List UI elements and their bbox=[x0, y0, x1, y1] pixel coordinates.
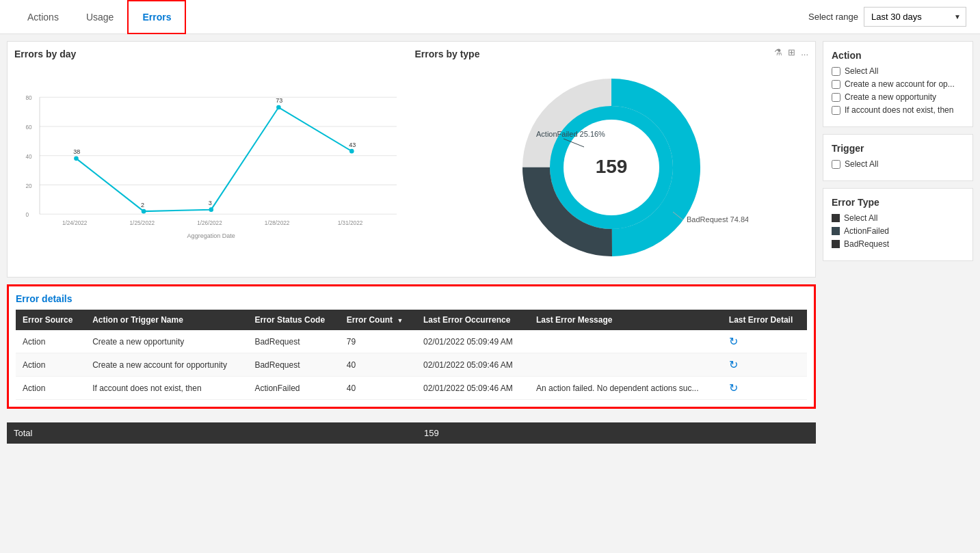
error-type-action-failed[interactable]: ActionFailed bbox=[832, 226, 964, 236]
cell-count: 40 bbox=[340, 377, 416, 400]
table-row: Action Create a new opportunity BadReque… bbox=[16, 330, 807, 353]
line-chart: 80 60 40 20 0 bbox=[14, 65, 408, 270]
svg-text:1/25/2022: 1/25/2022 bbox=[130, 220, 155, 226]
cell-error-source: Action bbox=[16, 330, 85, 353]
more-icon[interactable]: ... bbox=[801, 47, 808, 57]
nav-usage[interactable]: Usage bbox=[72, 0, 127, 34]
col-error-status[interactable]: Error Status Code bbox=[248, 310, 339, 330]
action-select-all[interactable]: Select All bbox=[832, 66, 964, 76]
cell-occurrence: 02/01/2022 05:09:49 AM bbox=[416, 330, 529, 353]
line-chart-line bbox=[76, 107, 352, 211]
cell-detail[interactable]: ↻ bbox=[722, 353, 807, 377]
svg-text:1/24/2022: 1/24/2022 bbox=[62, 220, 88, 226]
filter-icon[interactable]: ⚗ bbox=[774, 47, 782, 57]
col-error-source[interactable]: Error Source bbox=[16, 310, 85, 330]
table-row: Action If account does not exist, then A… bbox=[16, 377, 807, 400]
total-label: Total bbox=[14, 428, 424, 438]
svg-text:20: 20 bbox=[25, 183, 32, 189]
cell-message bbox=[529, 330, 722, 353]
cell-message: An action failed. No dependent actions s… bbox=[529, 377, 722, 400]
svg-text:38: 38 bbox=[73, 148, 80, 155]
error-type-label-af: ActionFailed bbox=[844, 226, 889, 236]
col-last-detail[interactable]: Last Error Detail bbox=[722, 310, 807, 330]
expand-icon[interactable]: ⊞ bbox=[788, 47, 795, 57]
svg-text:2: 2 bbox=[141, 202, 144, 208]
error-type-label-all: Select All bbox=[844, 213, 877, 223]
col-error-count[interactable]: Error Count ▼ bbox=[340, 310, 416, 330]
action-item-1-label: Create a new account for op... bbox=[845, 79, 955, 89]
col-last-message[interactable]: Last Error Message bbox=[529, 310, 722, 330]
trigger-select-all-checkbox[interactable] bbox=[832, 160, 840, 169]
cell-action-trigger: Create a new account for opportunity bbox=[85, 353, 248, 377]
data-point-1 bbox=[74, 157, 79, 161]
svg-text:60: 60 bbox=[25, 124, 32, 131]
action-item-1-checkbox[interactable] bbox=[832, 80, 840, 89]
action-item-3-checkbox[interactable] bbox=[832, 106, 840, 115]
chart-toolbar: ⚗ ⊞ ... bbox=[774, 47, 808, 57]
cell-error-source: Action bbox=[16, 377, 85, 400]
line-chart-container: Errors by day 80 60 40 20 0 bbox=[14, 49, 408, 270]
error-type-select-all[interactable]: Select All bbox=[832, 213, 964, 223]
cell-message bbox=[529, 353, 722, 377]
trigger-select-all[interactable]: Select All bbox=[832, 159, 964, 169]
action-item-3[interactable]: If account does not exist, then bbox=[832, 105, 964, 115]
action-item-1[interactable]: Create a new account for op... bbox=[832, 79, 964, 89]
cell-count: 79 bbox=[340, 330, 416, 353]
total-bar: Total 159 bbox=[7, 422, 816, 444]
detail-icon-1[interactable]: ↻ bbox=[729, 336, 738, 347]
svg-text:43: 43 bbox=[349, 141, 356, 148]
range-select-wrapper[interactable]: Last 30 days Last 7 days Last 90 days bbox=[864, 7, 966, 27]
svg-text:0: 0 bbox=[25, 212, 29, 218]
nav-actions[interactable]: Actions bbox=[14, 0, 72, 34]
col-action-trigger[interactable]: Action or Trigger Name bbox=[85, 310, 248, 330]
donut-center-value: 159 bbox=[596, 156, 628, 177]
bad-request-label: BadRequest 74.84% bbox=[687, 215, 748, 224]
error-type-title: Error Type bbox=[832, 197, 964, 208]
detail-icon-2[interactable]: ↻ bbox=[729, 359, 738, 370]
cell-detail[interactable]: ↻ bbox=[722, 330, 807, 353]
cell-occurrence: 02/01/2022 05:09:46 AM bbox=[416, 377, 529, 400]
error-type-bad-request[interactable]: BadRequest bbox=[832, 239, 964, 249]
error-type-color-all bbox=[832, 214, 840, 222]
donut-chart-title: Errors by type bbox=[415, 49, 809, 59]
action-panel-title: Action bbox=[832, 50, 964, 61]
total-value: 159 bbox=[424, 428, 439, 438]
sidebar: Action Select All Create a new account f… bbox=[823, 41, 973, 546]
action-item-2-label: Create a new opportunity bbox=[845, 92, 936, 102]
cell-count: 40 bbox=[340, 353, 416, 377]
detail-icon-3[interactable]: ↻ bbox=[729, 382, 738, 394]
trigger-panel: Trigger Select All bbox=[823, 134, 973, 181]
error-type-label-br: BadRequest bbox=[844, 239, 889, 249]
charts-row: ⚗ ⊞ ... Errors by day 80 60 40 20 0 bbox=[7, 41, 816, 278]
table-header: Error Source Action or Trigger Name Erro… bbox=[16, 310, 807, 330]
action-item-2-checkbox[interactable] bbox=[832, 93, 840, 102]
action-failed-label: ActionFailed 25.16% bbox=[536, 130, 605, 138]
action-select-all-label: Select All bbox=[845, 66, 878, 76]
svg-text:80: 80 bbox=[25, 95, 32, 101]
svg-text:1/28/2022: 1/28/2022 bbox=[265, 220, 290, 226]
range-select[interactable]: Last 30 days Last 7 days Last 90 days bbox=[864, 7, 966, 27]
line-chart-title: Errors by day bbox=[14, 49, 408, 59]
error-type-panel: Error Type Select All ActionFailed BadRe… bbox=[823, 188, 973, 261]
cell-status-code: ActionFailed bbox=[248, 377, 339, 400]
cell-status-code: BadRequest bbox=[248, 330, 339, 353]
table-row: Action Create a new account for opportun… bbox=[16, 353, 807, 377]
donut-chart-container: Errors by type bbox=[415, 49, 809, 270]
nav-errors[interactable]: Errors bbox=[127, 0, 186, 34]
range-label: Select range bbox=[808, 12, 858, 22]
col-last-occurrence[interactable]: Last Error Occurrence bbox=[416, 310, 529, 330]
cell-detail[interactable]: ↻ bbox=[722, 377, 807, 400]
data-point-5 bbox=[349, 149, 354, 154]
trigger-select-all-label: Select All bbox=[845, 159, 878, 169]
svg-text:3: 3 bbox=[209, 200, 212, 206]
cell-action-trigger: If account does not exist, then bbox=[85, 377, 248, 400]
table-body: Action Create a new opportunity BadReque… bbox=[16, 330, 807, 400]
error-details-section: Error details Error Source Action or Tri… bbox=[7, 284, 816, 409]
action-select-all-checkbox[interactable] bbox=[832, 67, 840, 76]
data-point-4 bbox=[276, 105, 281, 110]
data-point-2 bbox=[142, 209, 146, 214]
svg-text:1/31/2022: 1/31/2022 bbox=[338, 220, 363, 226]
donut-wrapper: 159 ActionFailed 25.16% BadRequest 74.84… bbox=[415, 65, 809, 270]
error-type-color-br bbox=[832, 240, 840, 248]
action-item-2[interactable]: Create a new opportunity bbox=[832, 92, 964, 102]
